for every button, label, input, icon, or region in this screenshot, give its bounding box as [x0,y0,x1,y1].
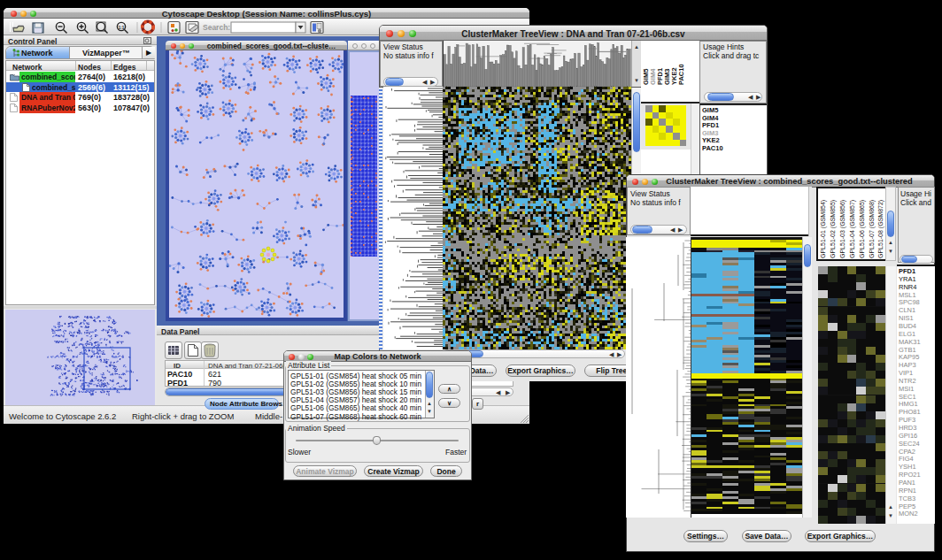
svg-text:Search:: Search: [203,23,230,32]
svg-text:1:1: 1:1 [119,26,125,30]
